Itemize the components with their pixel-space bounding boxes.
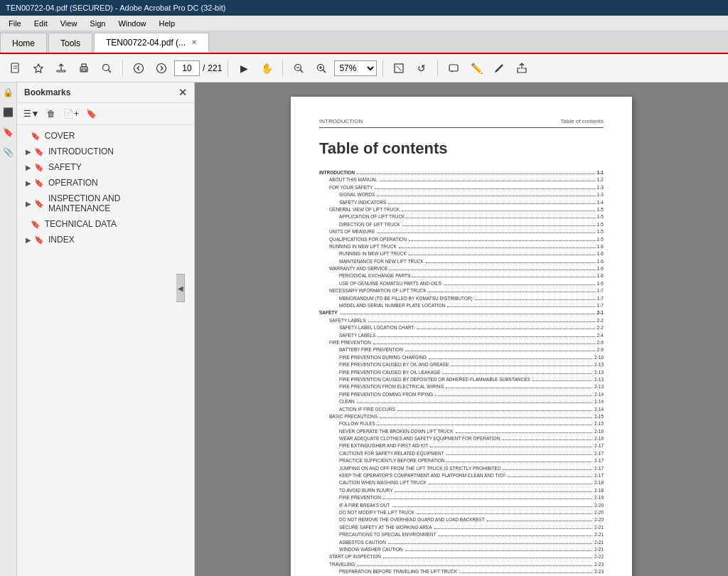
toc-entry-label: PERIODICAL EXCHANGE PARTS bbox=[319, 272, 410, 279]
menu-help[interactable]: Help bbox=[154, 18, 181, 29]
rotate-button[interactable]: ↺ bbox=[412, 58, 432, 78]
toc-entry-label: FIRE PREVENTION CAUSED BY OIL LEAKAGE bbox=[319, 369, 440, 376]
comment-button[interactable] bbox=[444, 58, 464, 78]
bookmark-operation[interactable]: ▶ 🔖 OPERATION bbox=[17, 175, 194, 191]
pdf-view-area[interactable]: INTRODUCTION Table of contents Table of … bbox=[195, 82, 728, 576]
toc-entry-label: START-UP INSPECTION bbox=[319, 553, 381, 560]
menu-file[interactable]: File bbox=[3, 18, 27, 29]
next-page-button[interactable] bbox=[151, 58, 171, 78]
bookmark-star-button[interactable] bbox=[28, 58, 48, 78]
toc-entry: WEAR ADEQUATE CLOTHES AND SAFETY EQUIPME… bbox=[319, 435, 604, 442]
toc-entry: SAFETY LABELS2-2 bbox=[319, 317, 604, 324]
toc-entry-label: UNITS OF MEASURE bbox=[319, 228, 375, 235]
toc-entry: NEVER OPERATE THE BROKEN-DOWN LIFT TRUCK… bbox=[319, 428, 604, 435]
toc-entry-page: 2-9 bbox=[597, 346, 604, 353]
tab-document[interactable]: TEN00722-04.pdf (... ✕ bbox=[94, 33, 209, 53]
toc-entry-label: WARRANTY AND SERVICE bbox=[319, 265, 387, 272]
sidebar-collapse-handle[interactable]: ◀ bbox=[176, 274, 185, 302]
toc-entry: CAUTIONS FOR SAFETY-RELATED EQUIPMENT2-1… bbox=[319, 450, 604, 457]
toc-entry-page: 2-20 bbox=[594, 516, 604, 523]
menu-window[interactable]: Window bbox=[112, 18, 151, 29]
upload-button[interactable] bbox=[51, 58, 71, 78]
search-button[interactable] bbox=[97, 58, 117, 78]
toc-entry-page: 1-3 bbox=[597, 191, 604, 198]
toc-entry-dots bbox=[503, 469, 592, 470]
sidebar-close-button[interactable]: ✕ bbox=[178, 87, 187, 98]
toc-entry: PRECAUTIONS TO SPECIAL ENVIRONMENT2-21 bbox=[319, 531, 604, 538]
toc-entry-page: 2-13 bbox=[594, 376, 604, 383]
bookmark-menu-button[interactable]: ☰▼ bbox=[23, 106, 40, 122]
tab-close-button[interactable]: ✕ bbox=[191, 38, 197, 46]
zoom-select[interactable]: 57% 75% 100% 150% bbox=[334, 60, 377, 76]
menu-sign[interactable]: Sign bbox=[84, 18, 111, 29]
toc-entry-dots bbox=[446, 388, 592, 388]
menu-edit[interactable]: Edit bbox=[28, 18, 53, 29]
toc-entry-page: 1-6 bbox=[597, 250, 604, 257]
bookmark-safety-arrow: ▶ bbox=[26, 164, 31, 171]
tab-tools[interactable]: Tools bbox=[48, 33, 92, 53]
hand-tool-button[interactable]: ✋ bbox=[257, 58, 277, 78]
toc-entry-dots bbox=[429, 292, 595, 292]
bookmark-safety[interactable]: ▶ 🔖 SAFETY bbox=[17, 159, 194, 175]
toc-entry-dots bbox=[417, 513, 592, 514]
edit-button[interactable] bbox=[489, 58, 509, 78]
toc-entry-label: PREPARATION BEFORE TRAVELING THE LIFT TR… bbox=[319, 568, 457, 575]
toc-entry-page: 2-13 bbox=[594, 369, 604, 376]
toc-entry: FIRE PREVENTION2-19 bbox=[319, 494, 604, 501]
toc-entry: FIRE PREVENTION2-9 bbox=[319, 339, 604, 346]
rail-lock-icon[interactable]: 🔒 bbox=[1, 85, 16, 100]
toc-entry-page: 2-18 bbox=[594, 479, 604, 486]
rail-pages-icon[interactable]: ⬛ bbox=[1, 105, 16, 119]
bookmark-properties-button[interactable]: 🔖 bbox=[82, 106, 100, 122]
zoom-out-button[interactable] bbox=[289, 58, 309, 78]
pen-button[interactable]: ✏️ bbox=[466, 58, 486, 78]
bookmark-inspection[interactable]: ▶ 🔖 INSPECTION ANDMAINTENANCE bbox=[17, 191, 194, 216]
bookmark-index[interactable]: ▶ 🔖 INDEX bbox=[17, 232, 194, 247]
rail-attach-icon[interactable]: 📎 bbox=[1, 145, 16, 159]
toc-entry-dots bbox=[375, 188, 594, 189]
zoom-in-button[interactable] bbox=[311, 58, 331, 78]
bookmark-delete-button[interactable]: 🗑 bbox=[43, 106, 60, 122]
tab-home[interactable]: Home bbox=[0, 33, 47, 53]
toc-entry: START-UP INSPECTION2-22 bbox=[319, 553, 604, 560]
toc-entry-label: JUMPING ON AND OFF FROM THE LIFT TRUCK I… bbox=[319, 465, 501, 472]
bookmark-technical-arrow bbox=[26, 220, 28, 228]
main-area: 🔒 ⬛ 🔖 📎 Bookmarks ✕ ☰▼ 🗑 📄+ 🔖 🔖 COVER ▶ bbox=[0, 82, 728, 576]
fit-page-button[interactable] bbox=[389, 58, 409, 78]
bookmark-technical-icon: 🔖 bbox=[31, 220, 41, 229]
bookmark-technical[interactable]: 🔖 TECHNICAL DATA bbox=[17, 216, 194, 232]
toc-entry-page: 1-6 bbox=[597, 265, 604, 272]
svg-rect-21 bbox=[449, 65, 458, 71]
prev-page-button[interactable] bbox=[129, 58, 149, 78]
menu-view[interactable]: View bbox=[55, 18, 83, 29]
bookmark-introduction[interactable]: ▶ 🔖 INTRODUCTION bbox=[17, 144, 194, 159]
page-total: 221 bbox=[208, 63, 222, 73]
page-input[interactable] bbox=[174, 60, 200, 76]
toc-entry: WINDOW WASHER CAUTION2-21 bbox=[319, 546, 604, 553]
toc-entry-page: 2-21 bbox=[594, 546, 604, 553]
bookmark-cover[interactable]: 🔖 COVER bbox=[17, 128, 194, 144]
sidebar-toolbar: ☰▼ 🗑 📄+ 🔖 bbox=[17, 103, 194, 125]
toc-entry: SECURE SAFETY AT THE WORKING AREA2-21 bbox=[319, 524, 604, 531]
share-button[interactable] bbox=[512, 58, 532, 78]
toc-entry-label: INTRODUCTION bbox=[319, 169, 355, 176]
pdf-page-content: INTRODUCTION Table of contents Table of … bbox=[291, 97, 632, 576]
rail-bookmark-icon[interactable]: 🔖 bbox=[1, 125, 16, 139]
toc-entry-page: 2-17 bbox=[594, 465, 604, 472]
pointer-tool-button[interactable]: ▶ bbox=[234, 58, 254, 78]
toc-entry-label: USE OF GENUINE KOMATSU PARTS AND OILS bbox=[319, 280, 441, 287]
bookmark-technical-label: TECHNICAL DATA bbox=[45, 219, 117, 229]
toc-entry-label: WEAR ADEQUATE CLOTHES AND SAFETY EQUIPME… bbox=[319, 435, 500, 442]
new-file-button[interactable] bbox=[6, 58, 26, 78]
bookmark-add-button[interactable]: 📄+ bbox=[63, 106, 80, 122]
toc-entry-page: 2-20 bbox=[594, 509, 604, 516]
toc-entry: FIRE PREVENTION FROM ELECTRICAL WIRING2-… bbox=[319, 383, 604, 390]
toc-entry-dots bbox=[388, 203, 594, 204]
bookmark-inspection-icon: 🔖 bbox=[34, 199, 44, 208]
bookmark-index-label: INDEX bbox=[48, 235, 75, 245]
toc-entry-label: TO AVOID BURN INJURY bbox=[319, 487, 393, 494]
toc-entry-dots bbox=[409, 240, 595, 241]
toc-entry: PREPARATION BEFORE TRAVELING THE LIFT TR… bbox=[319, 568, 604, 575]
print-button[interactable] bbox=[74, 58, 94, 78]
toc-entry-label: RUNNING IN NEW LIFT TRUCK bbox=[319, 250, 407, 257]
